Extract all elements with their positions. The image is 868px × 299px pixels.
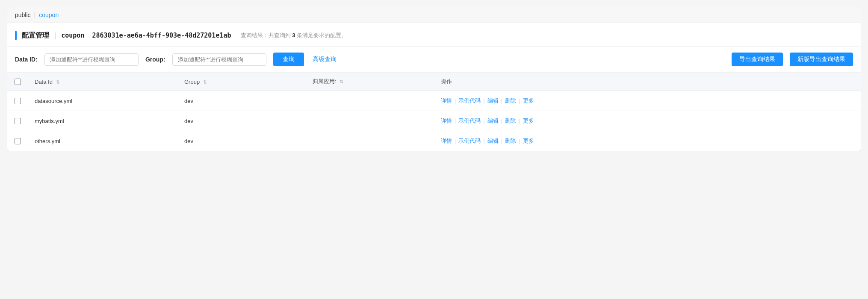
sort-group-icon[interactable]: ⇅: [203, 79, 207, 85]
action-更多[interactable]: 更多: [523, 97, 534, 105]
config-table: Data Id ⇅ Group ⇅ 归属应用: ⇅ 操作: [7, 73, 861, 151]
action-separator: |: [455, 118, 456, 124]
table-row: others.ymldev详情|示例代码|编辑|删除|更多: [7, 131, 861, 151]
cell-group: dev: [177, 131, 306, 151]
action-separator: |: [455, 98, 456, 104]
query-button[interactable]: 查询: [273, 53, 304, 66]
cell-action: 详情|示例代码|编辑|删除|更多: [434, 131, 861, 151]
cell-belong: [306, 91, 434, 111]
sort-belong-icon[interactable]: ⇅: [340, 79, 343, 85]
namespace-info: coupon 2863031e-ae6a-4bff-903e-48d27201e…: [61, 32, 231, 39]
result-prefix: 查询结果：共查询到: [241, 32, 291, 38]
th-checkbox: [7, 73, 28, 91]
page-title: 配置管理: [22, 31, 49, 40]
header-divider: |: [54, 32, 56, 39]
breadcrumb-public: public: [15, 12, 31, 18]
cell-group: dev: [177, 91, 306, 111]
action-删除[interactable]: 删除: [505, 137, 516, 145]
cell-group: dev: [177, 111, 306, 131]
select-all-checkbox[interactable]: [15, 79, 21, 85]
filter-bar: Data ID: Group: 查询 高级查询 导出查询结果 新版导出查询结果: [7, 47, 861, 73]
cell-action: 详情|示例代码|编辑|删除|更多: [434, 91, 861, 111]
action-编辑[interactable]: 编辑: [487, 137, 499, 145]
action-separator: |: [501, 118, 502, 124]
cell-dataid: others.yml: [28, 131, 177, 151]
action-separator: |: [501, 98, 502, 104]
breadcrumb: public | coupon: [7, 7, 861, 23]
action-separator: |: [483, 98, 484, 104]
th-dataid[interactable]: Data Id ⇅: [28, 73, 177, 91]
action-separator: |: [483, 138, 484, 144]
action-separator: |: [455, 138, 456, 144]
row-checkbox-0[interactable]: [15, 98, 21, 104]
th-group[interactable]: Group ⇅: [177, 73, 306, 91]
cell-dataid: datasource.yml: [28, 91, 177, 111]
data-id-label: Data ID:: [15, 56, 38, 63]
action-separator: |: [519, 138, 520, 144]
th-belong[interactable]: 归属应用: ⇅: [306, 73, 434, 91]
group-label: Group:: [145, 56, 165, 63]
result-count: 3: [292, 32, 295, 38]
action-详情[interactable]: 详情: [441, 97, 452, 105]
action-编辑[interactable]: 编辑: [487, 117, 499, 125]
group-input[interactable]: [172, 53, 266, 66]
namespace-label: coupon: [61, 32, 84, 39]
action-编辑[interactable]: 编辑: [487, 97, 499, 105]
action-更多[interactable]: 更多: [523, 117, 534, 125]
export-new-button[interactable]: 新版导出查询结果: [790, 53, 853, 66]
action-separator: |: [483, 118, 484, 124]
sort-dataid-icon[interactable]: ⇅: [56, 79, 60, 85]
action-示例代码[interactable]: 示例代码: [458, 117, 481, 125]
header-accent-bar: [15, 31, 17, 40]
table-row: datasource.ymldev详情|示例代码|编辑|删除|更多: [7, 91, 861, 111]
action-删除[interactable]: 删除: [505, 97, 516, 105]
breadcrumb-separator: |: [34, 12, 36, 18]
export-button[interactable]: 导出查询结果: [732, 53, 783, 66]
action-示例代码[interactable]: 示例代码: [458, 97, 481, 105]
th-action: 操作: [434, 73, 861, 91]
result-suffix: 条满足要求的配置。: [297, 32, 347, 38]
page-header: 配置管理 | coupon 2863031e-ae6a-4bff-903e-48…: [7, 23, 861, 47]
action-删除[interactable]: 删除: [505, 117, 516, 125]
action-示例代码[interactable]: 示例代码: [458, 137, 481, 145]
namespace-id: 2863031e-ae6a-4bff-903e-48d27201e1ab: [92, 32, 231, 39]
advanced-query-button[interactable]: 高级查询: [311, 56, 338, 63]
table-header-row: Data Id ⇅ Group ⇅ 归属应用: ⇅ 操作: [7, 73, 861, 91]
table-row: mybatis.ymldev详情|示例代码|编辑|删除|更多: [7, 111, 861, 131]
action-separator: |: [501, 138, 502, 144]
query-result-info: 查询结果：共查询到 3 条满足要求的配置。: [241, 32, 347, 39]
action-separator: |: [519, 118, 520, 124]
action-详情[interactable]: 详情: [441, 117, 452, 125]
data-id-input[interactable]: [44, 53, 139, 66]
breadcrumb-coupon[interactable]: coupon: [39, 12, 59, 18]
cell-dataid: mybatis.yml: [28, 111, 177, 131]
cell-action: 详情|示例代码|编辑|删除|更多: [434, 111, 861, 131]
row-checkbox-1[interactable]: [15, 118, 21, 124]
row-checkbox-2[interactable]: [15, 138, 21, 144]
cell-belong: [306, 111, 434, 131]
action-更多[interactable]: 更多: [523, 137, 534, 145]
action-详情[interactable]: 详情: [441, 137, 452, 145]
cell-belong: [306, 131, 434, 151]
action-separator: |: [519, 98, 520, 104]
